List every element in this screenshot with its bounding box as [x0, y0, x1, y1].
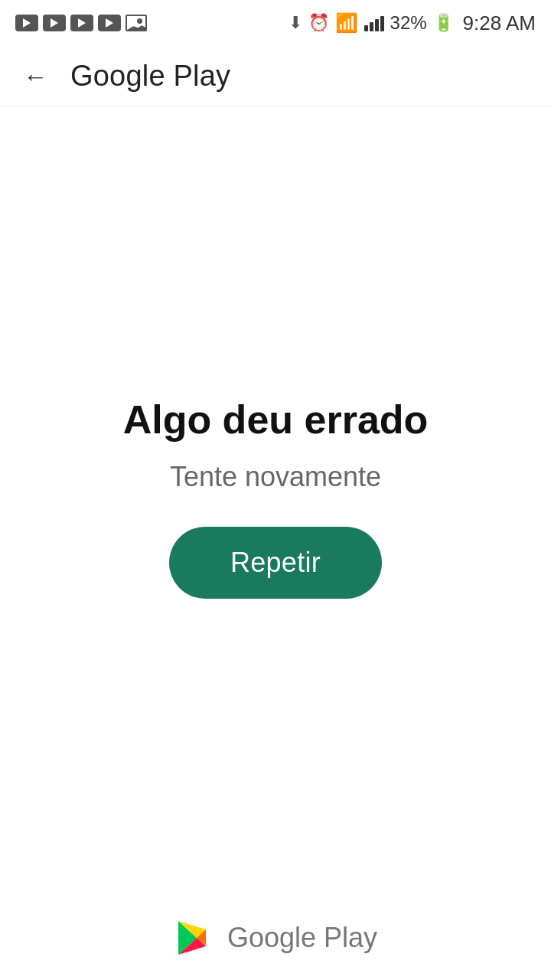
- app-header: ← Google Play: [0, 46, 551, 107]
- wifi-icon: 📶: [335, 12, 358, 34]
- error-title: Algo deu errado: [123, 397, 429, 443]
- youtube-notification-icon-3: [70, 15, 93, 31]
- footer-brand-label: Google Play: [227, 922, 377, 954]
- signal-icon: [364, 15, 384, 31]
- main-content: Algo deu errado Tente novamente Repetir: [0, 107, 551, 888]
- back-arrow-icon: ←: [23, 64, 47, 89]
- error-container: Algo deu errado Tente novamente Repetir: [123, 397, 429, 599]
- status-time: 9:28 AM: [463, 11, 536, 35]
- google-play-logo-icon: [174, 918, 214, 958]
- youtube-notification-icon-1: [15, 15, 38, 31]
- retry-button[interactable]: Repetir: [169, 527, 382, 599]
- status-bar: ⬇ ⏰ 📶 32% 🔋 9:28 AM: [0, 0, 551, 46]
- error-subtitle: Tente novamente: [170, 461, 381, 493]
- page-title: Google Play: [70, 60, 230, 93]
- youtube-notification-icon-4: [98, 15, 121, 31]
- battery-icon: 🔋: [433, 13, 454, 33]
- back-button[interactable]: ←: [18, 60, 52, 93]
- status-indicators: ⬇ ⏰ 📶 32% 🔋 9:28 AM: [289, 11, 536, 35]
- alarm-icon: ⏰: [308, 13, 329, 33]
- image-notification-icon: [126, 15, 147, 31]
- youtube-notification-icon-2: [43, 15, 66, 31]
- sync-icon: ⬇: [289, 13, 302, 33]
- footer: Google Play: [0, 896, 551, 980]
- battery-percentage: 32%: [390, 12, 427, 34]
- notification-icons: [15, 15, 147, 31]
